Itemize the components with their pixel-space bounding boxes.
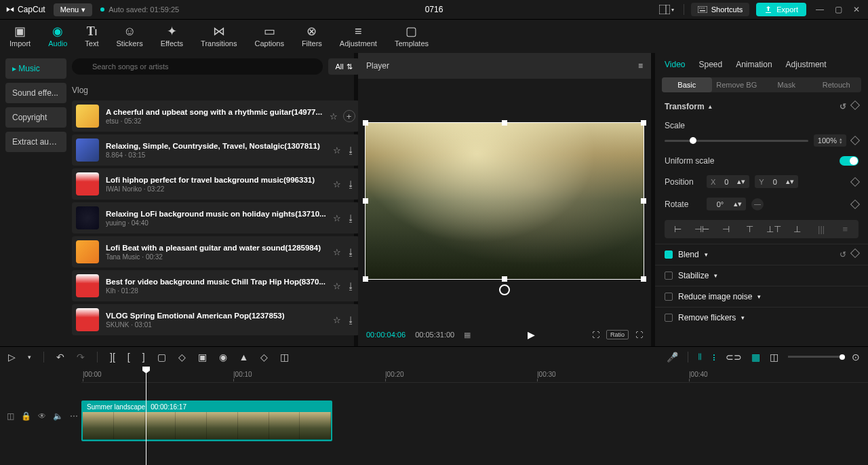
scale-input[interactable]: 100%▴▾: [814, 134, 846, 147]
blend-checkbox[interactable]: [665, 250, 673, 259]
shortcuts-button[interactable]: Shortcuts: [691, 3, 749, 16]
keyframe-icon[interactable]: [850, 199, 860, 208]
keyframe-icon[interactable]: [850, 176, 860, 186]
play-button[interactable]: ▶: [528, 329, 535, 340]
align-bottom-icon[interactable]: ⊥: [787, 223, 808, 236]
track-item[interactable]: A cheerful and upbeat song with a rhythm…: [72, 100, 359, 132]
position-y-input[interactable]: Y0▴▾: [755, 175, 797, 188]
favorite-icon[interactable]: ☆: [333, 179, 341, 189]
sidebar-item-sound-effects[interactable]: Sound effe...: [5, 83, 66, 103]
close-button[interactable]: ✕: [850, 3, 863, 16]
tab-transitions[interactable]: ⋈Transitions: [201, 25, 237, 48]
resize-handle[interactable]: [641, 120, 646, 126]
distribute-h-icon[interactable]: |||: [811, 223, 832, 236]
track-item[interactable]: VLOG Spring Emotional American Pop(12378…: [72, 304, 359, 335]
preview-button[interactable]: ▦: [751, 352, 760, 362]
transform-header[interactable]: Transform ▴ ↺: [665, 102, 859, 111]
rotate-tool[interactable]: ◇: [260, 352, 268, 362]
video-clip-selection[interactable]: [365, 122, 644, 280]
redo-button[interactable]: ↷: [77, 352, 85, 362]
distribute-v-icon[interactable]: ≡: [835, 223, 856, 236]
download-icon[interactable]: ⭳: [347, 179, 355, 189]
trim-right-button[interactable]: ]: [142, 352, 145, 362]
tab-templates[interactable]: ▢Templates: [395, 25, 429, 48]
reduce-noise-checkbox[interactable]: [665, 293, 673, 301]
reset-icon[interactable]: ↺: [840, 102, 846, 111]
snap-button[interactable]: ⫴: [698, 351, 702, 362]
resize-handle[interactable]: [502, 276, 507, 282]
subtab-basic[interactable]: Basic: [662, 77, 712, 92]
rotate-handle[interactable]: [499, 284, 510, 295]
maximize-button[interactable]: ▢: [832, 3, 845, 16]
export-button[interactable]: Export: [756, 3, 806, 16]
minimize-button[interactable]: —: [813, 3, 827, 16]
align-left-icon[interactable]: ⊢: [667, 223, 688, 236]
record-button[interactable]: ◉: [219, 352, 227, 362]
crop-button[interactable]: ⛶: [592, 331, 599, 339]
download-icon[interactable]: ⭳: [347, 213, 355, 223]
layout-button[interactable]: ▾: [656, 2, 677, 17]
tab-speed[interactable]: Speed: [698, 60, 722, 69]
flip-icon[interactable]: —: [751, 198, 764, 210]
timeline-ruler[interactable]: |00:00 |00:10 |00:20 |00:30 |00:40: [81, 367, 868, 383]
video-clip[interactable]: Summer landscape 00:00:16:17: [81, 401, 332, 441]
remove-flickers-checkbox[interactable]: [665, 314, 673, 322]
download-icon[interactable]: ⭳: [347, 247, 355, 257]
favorite-icon[interactable]: ☆: [333, 281, 341, 291]
reset-icon[interactable]: ↺: [840, 250, 846, 259]
track-item[interactable]: Lofi Beat with a pleasant guitar and wat…: [72, 236, 359, 267]
stabilize-section[interactable]: Stabilize▾: [655, 265, 868, 286]
crop-tool[interactable]: ◫: [280, 352, 289, 362]
trim-left-button[interactable]: [: [127, 352, 130, 362]
timeline-tracks[interactable]: |00:00 |00:10 |00:20 |00:30 |00:40 Summe…: [81, 367, 868, 465]
zoom-fit-button[interactable]: ⊙: [852, 352, 860, 362]
download-icon[interactable]: ⭳: [347, 315, 355, 325]
subtab-removebg[interactable]: Remove BG: [712, 77, 762, 92]
filter-all-button[interactable]: All ⇅: [328, 58, 359, 75]
favorite-icon[interactable]: ☆: [330, 111, 338, 122]
resize-handle[interactable]: [363, 276, 368, 282]
magnet-button[interactable]: ⫶: [711, 352, 716, 362]
tab-effects[interactable]: ✦Effects: [161, 25, 183, 48]
align-center-h-icon[interactable]: ⊣⊢: [691, 223, 712, 236]
duplicate-button[interactable]: ▣: [198, 352, 207, 362]
menu-button[interactable]: Menu ▾: [54, 3, 93, 16]
zoom-slider[interactable]: [788, 356, 842, 358]
favorite-icon[interactable]: ☆: [333, 213, 341, 223]
track-item[interactable]: Lofi hiphop perfect for travel backgroun…: [72, 168, 359, 200]
uniform-scale-toggle[interactable]: [840, 156, 859, 166]
tab-stickers[interactable]: ☺Stickers: [117, 25, 143, 48]
resize-handle[interactable]: [641, 198, 646, 204]
keyframe-icon[interactable]: [850, 248, 860, 258]
resize-handle[interactable]: [363, 120, 368, 126]
subtab-mask[interactable]: Mask: [762, 77, 812, 92]
mic-button[interactable]: 🎤: [667, 352, 678, 362]
tab-video[interactable]: Video: [665, 60, 685, 69]
player-menu-icon[interactable]: ≡: [638, 61, 643, 71]
tab-captions[interactable]: ▭Captions: [254, 25, 283, 48]
fullscreen-button[interactable]: ⛶: [635, 331, 643, 339]
zoom-out-button[interactable]: ◫: [770, 352, 778, 362]
resize-handle[interactable]: [641, 276, 646, 282]
blend-section[interactable]: Blend▾ ↺: [655, 244, 868, 265]
resize-handle[interactable]: [502, 120, 507, 126]
download-icon[interactable]: ⭳: [347, 145, 355, 155]
remove-flickers-section[interactable]: Remove flickers▾: [655, 307, 868, 328]
tab-text[interactable]: TIText: [85, 25, 98, 48]
sidebar-item-copyright[interactable]: Copyright: [5, 107, 66, 128]
split-button[interactable]: ][: [110, 352, 115, 362]
search-input[interactable]: [72, 58, 323, 75]
tab-import[interactable]: ▣Import: [9, 25, 31, 48]
tl-lock-icon[interactable]: 🔒: [21, 411, 31, 421]
keyframe-icon[interactable]: [850, 100, 860, 110]
subtab-retouch[interactable]: Retouch: [812, 77, 862, 92]
tl-eye-icon[interactable]: 👁: [38, 411, 46, 421]
tab-filters[interactable]: ⊗Filters: [302, 25, 322, 48]
mirror-button[interactable]: ▲: [239, 352, 249, 362]
rotate-input[interactable]: 0°▴▾: [707, 198, 746, 210]
tab-adjustment-props[interactable]: Adjustment: [786, 60, 827, 69]
playhead[interactable]: [146, 367, 146, 465]
sidebar-item-extract-audio[interactable]: Extract audio: [5, 132, 66, 152]
sidebar-item-music[interactable]: ▸ Music: [5, 58, 66, 79]
ratio-button[interactable]: Ratio: [606, 330, 629, 339]
